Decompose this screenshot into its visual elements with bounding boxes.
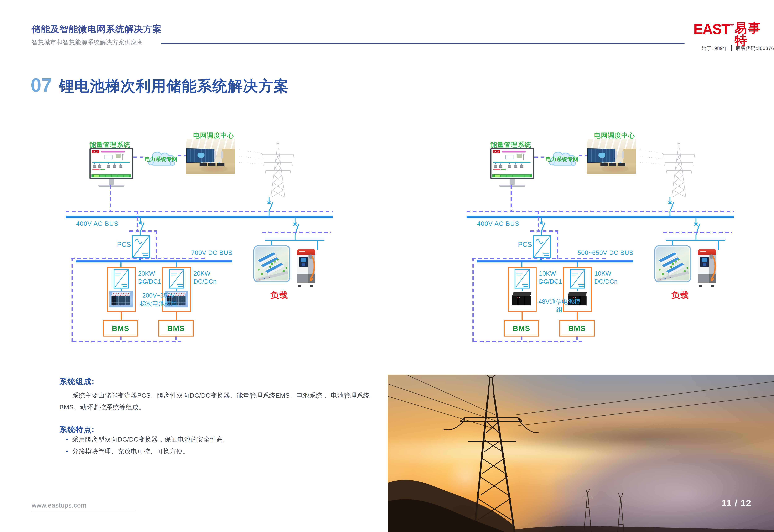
ems-monitor: EAST <box>490 148 534 187</box>
bms2-link <box>176 312 177 320</box>
dcdc1-drop <box>521 262 522 267</box>
link-monitor-cloud <box>133 157 145 158</box>
ems-label: 能量管理系统 <box>87 140 133 149</box>
dcdc-converter-symbol <box>169 269 184 289</box>
pcs-label: PCS <box>518 241 532 248</box>
ems-screen-toolbar <box>492 174 532 177</box>
breaker-icon <box>291 217 299 241</box>
dcdcn-drop <box>176 262 177 267</box>
charger-cable <box>308 255 317 284</box>
ems-screen-diagram <box>91 154 131 172</box>
load-feeder <box>666 240 725 241</box>
charger-drop <box>718 241 719 250</box>
breaker-icon <box>265 197 273 217</box>
dispatch-label: 电网调度中心 <box>190 131 237 140</box>
ems-monitor: EAST <box>89 148 133 187</box>
ems-screen-titlebar <box>101 151 125 152</box>
dc-comm-dashed <box>472 258 608 259</box>
comm-bus-dashed <box>66 211 333 212</box>
link-monitor-network <box>110 185 111 212</box>
charger-drop <box>317 241 318 250</box>
dispatch-center-photo <box>186 139 235 174</box>
ac-bus-label: 400V AC BUS <box>76 220 118 227</box>
pcs-label: PCS <box>117 241 131 248</box>
breaker-icon <box>136 217 144 237</box>
bms2-link <box>577 312 578 320</box>
composition-text: 系统主要由储能变流器PCS、隔离性双向DC/DC变换器、能量管理系统EMS、电池… <box>59 390 380 413</box>
campus-illustration <box>254 246 289 281</box>
battery-module-photo <box>109 291 133 307</box>
diagram-left: 能量管理系统 EAST <box>0 0 390 356</box>
features-heading: 系统特点: <box>59 424 95 435</box>
charger-cable <box>709 255 718 284</box>
left-comm-dashed <box>472 258 474 342</box>
sunset-grid-photo: 11 / 12 <box>388 375 774 532</box>
ems-screen-logo: EAST <box>493 150 500 153</box>
feature-item: 采用隔离型双向DC/DC变换器，保证电池的安全性高。 <box>65 435 359 444</box>
load-label: 负载 <box>663 290 698 301</box>
bms1-link <box>120 312 122 320</box>
campus-illustration <box>655 246 690 281</box>
ems-label: 能量管理系统 <box>488 140 534 149</box>
link-monitor-cloud <box>534 157 546 158</box>
feature-item: 分簇模块管理、充放电可控、可换方便。 <box>65 447 359 456</box>
bms1-link <box>521 312 522 320</box>
dcdcn-drop <box>577 262 578 267</box>
building-drop <box>271 241 272 245</box>
comm-bus-dashed <box>466 211 734 212</box>
link-cloud-dispatch <box>178 155 186 156</box>
campus-load-photo <box>254 245 290 282</box>
left-comm-dashed <box>71 258 73 342</box>
dcdc1-drop <box>120 262 121 267</box>
campus-load-photo <box>654 245 691 282</box>
dcdc-converter-symbol <box>514 269 530 289</box>
dcdc1-bay <box>508 267 536 312</box>
dc-bus-label: 500~650V DC BUS <box>548 249 634 256</box>
ev-charger-photo <box>297 249 315 285</box>
dcdc1-bay <box>107 267 135 312</box>
battery-group-label: 200V~350V梯次电池模组 <box>135 291 182 307</box>
composition-heading: 系统组成: <box>59 376 95 387</box>
page-indicator: 11 / 12 <box>721 498 751 508</box>
ems-monitor-screen: EAST <box>89 148 133 179</box>
breaker-icon <box>692 217 700 241</box>
dcdcn-label: 20KWDC/DCn <box>193 269 217 285</box>
ev-charger-photo <box>698 249 716 285</box>
network-label: 电力系统专网 <box>144 156 177 163</box>
pcs-dashed-top <box>129 230 157 232</box>
dcdc-converter-symbol <box>113 269 129 289</box>
breaker-icon <box>666 197 674 217</box>
transmission-tower-sketch <box>640 139 696 198</box>
dc-bus <box>76 260 232 262</box>
building-drop <box>672 241 673 245</box>
dispatch-label: 电网调度中心 <box>591 131 638 140</box>
load-comm-dashed <box>262 232 331 233</box>
ellipsis: …… <box>540 276 558 285</box>
ac-bus-label: 400V AC BUS <box>477 220 519 227</box>
website-link[interactable]: www.eastups.com <box>32 502 86 509</box>
bms-box: BMS <box>504 320 539 337</box>
bms-comm-bus-dashed <box>474 341 582 342</box>
power-network-cloud: 电力系统专网 <box>144 145 177 169</box>
dc-bus <box>477 260 633 262</box>
link-cloud-dispatch <box>578 155 587 156</box>
dc-bus-label: 700V DC BUS <box>147 249 233 256</box>
battery-group-label: 48V通信电源模组 <box>536 298 583 314</box>
ems-screen-diagram <box>492 154 532 172</box>
ems-screen-toolbar <box>91 174 131 177</box>
dcdc-converter-symbol <box>570 269 585 289</box>
bms-box: BMS <box>158 320 193 337</box>
pcs-dashed-top <box>530 230 558 232</box>
network-label: 电力系统专网 <box>545 156 578 163</box>
breaker-icon <box>537 217 545 237</box>
page: 储能及智能微电网系统解决方案 智慧城市和智慧能源系统解决方案供应商 EAST ®… <box>0 0 774 532</box>
diagram-right: 能量管理系统 EAST <box>401 0 774 356</box>
load-comm-dashed <box>663 232 732 233</box>
link-monitor-network <box>510 185 512 212</box>
bms-comm-bus-dashed <box>73 341 181 342</box>
features-list: 采用隔离型双向DC/DC变换器，保证电池的安全性高。 分簇模块管理、充放电可控、… <box>65 435 359 459</box>
transmission-tower-sketch <box>239 139 295 198</box>
load-feeder <box>265 240 325 241</box>
bms-box: BMS <box>559 320 595 337</box>
bms-box: BMS <box>103 320 138 337</box>
